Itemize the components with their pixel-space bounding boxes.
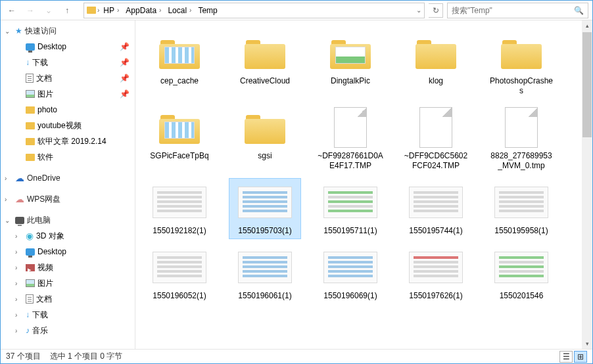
sidebar-onedrive[interactable]: ›☁OneDrive	[1, 170, 135, 186]
file-label: SGPicFaceTpBq	[150, 151, 208, 161]
address-bar[interactable]: › HP› AppData› Local› Temp ⌄	[83, 3, 425, 18]
nav-forward-button[interactable]: →	[23, 3, 37, 18]
file-label: DingtalkPic	[331, 76, 370, 86]
sidebar-item[interactable]: photo	[1, 102, 135, 118]
file-label: 1550192182(1)	[153, 226, 206, 236]
file-label: cep_cache	[160, 76, 199, 86]
sidebar-item[interactable]: youtube视频	[1, 118, 135, 133]
sidebar-item[interactable]: 图片📌	[1, 86, 135, 102]
file-item[interactable]: 1550196069(1)	[314, 243, 387, 304]
refresh-button[interactable]: ↻	[429, 3, 443, 18]
breadcrumb-item[interactable]: Local›	[165, 6, 194, 15]
folder-icon	[87, 7, 96, 14]
file-label: 1550196052(1)	[153, 291, 206, 301]
file-label: ~DF99287661D0AE4F17.TMP	[318, 151, 383, 171]
file-label: klog	[429, 76, 443, 86]
file-item[interactable]: 1550196052(1)	[143, 243, 216, 304]
file-label: ~DFF9CD6C5602FCF024.TMP	[403, 151, 469, 171]
file-label: PhotoshopCrashes	[488, 76, 554, 96]
file-item[interactable]: 1550195744(1)	[400, 178, 472, 239]
toolbar: ← → ⌄ ↑ › HP› AppData› Local› Temp ⌄ ↻ 🔍	[1, 1, 592, 20]
file-item[interactable]: 1550195711(1)	[314, 178, 387, 239]
file-item[interactable]: DingtalkPic	[314, 28, 387, 99]
file-item[interactable]: 1550197626(1)	[400, 243, 472, 304]
search-icon[interactable]: 🔍	[574, 6, 584, 15]
file-item[interactable]: cep_cache	[143, 28, 216, 99]
file-label: sgsi	[258, 151, 272, 161]
breadcrumb-item[interactable]: HP›	[101, 6, 122, 15]
sidebar: ⌄★快速访问 Desktop📌↓下载📌文档📌图片📌photoyoutube视频软…	[1, 20, 135, 349]
file-label: CreativeCloud	[240, 76, 290, 86]
view-details-button[interactable]: ☰	[559, 351, 573, 363]
scroll-thumb[interactable]	[582, 32, 592, 137]
sidebar-item[interactable]: ›◉3D 对象	[1, 228, 135, 244]
file-label: 1550197626(1)	[409, 291, 462, 301]
nav-recent-button[interactable]: ⌄	[41, 3, 56, 18]
status-item-count: 37 个项目	[6, 351, 41, 362]
file-label: 8828_277689953_MVM_0.tmp	[488, 151, 554, 171]
file-label: 1550195711(1)	[323, 226, 377, 236]
file-item[interactable]: PhotoshopCrashes	[485, 28, 557, 99]
sidebar-item[interactable]: ›视频	[1, 260, 135, 275]
file-label: 1550195703(1)	[238, 226, 291, 236]
file-item[interactable]: ~DFF9CD6C5602FCF024.TMP	[400, 103, 472, 174]
file-item[interactable]: sgsi	[229, 103, 301, 174]
scroll-up-button[interactable]: ▴	[582, 20, 592, 31]
view-icons-button[interactable]: ⊞	[574, 351, 587, 363]
search-box[interactable]: 🔍	[447, 3, 588, 18]
sidebar-item[interactable]: Desktop📌	[1, 39, 135, 55]
file-item[interactable]: CreativeCloud	[229, 28, 301, 99]
sidebar-item[interactable]: ›文档	[1, 291, 135, 307]
file-item[interactable]: 1550195958(1)	[485, 178, 557, 239]
nav-up-button[interactable]: ↑	[60, 3, 74, 18]
file-item[interactable]: 1550196061(1)	[229, 243, 301, 304]
file-label: 1550196069(1)	[323, 291, 377, 301]
sidebar-wps[interactable]: ›☁WPS网盘	[1, 191, 135, 207]
file-label: 1550195744(1)	[409, 226, 462, 236]
file-item[interactable]: 1550195703(1)	[229, 178, 301, 239]
scroll-down-button[interactable]: ▾	[582, 338, 592, 349]
content-pane[interactable]: cep_cacheCreativeCloudDingtalkPicklogPho…	[135, 20, 592, 349]
status-selection: 选中 1 个项目 0 字节	[50, 351, 123, 362]
sidebar-item[interactable]: 软件	[1, 149, 135, 165]
file-item[interactable]: 1550192182(1)	[143, 178, 216, 239]
nav-back-button[interactable]: ←	[5, 3, 19, 18]
file-item[interactable]: 8828_277689953_MVM_0.tmp	[485, 103, 557, 174]
file-label: 1550201546	[500, 291, 544, 301]
breadcrumb-item[interactable]: AppData›	[123, 6, 164, 15]
chevron-down-icon[interactable]: ⌄	[416, 7, 421, 14]
sidebar-item[interactable]: ›↓下载	[1, 307, 135, 323]
file-label: 1550196061(1)	[238, 291, 291, 301]
sidebar-item[interactable]: 文档📌	[1, 70, 135, 86]
file-item[interactable]: 1550201546	[485, 243, 557, 304]
chevron-right-icon: ›	[97, 7, 99, 14]
sidebar-quick-access[interactable]: ⌄★快速访问	[1, 23, 135, 39]
sidebar-this-pc[interactable]: ⌄此电脑	[1, 212, 135, 228]
sidebar-item[interactable]: ↓下载📌	[1, 55, 135, 70]
file-label: 1550195958(1)	[494, 226, 548, 236]
breadcrumb-item[interactable]: Temp	[195, 6, 220, 15]
search-input[interactable]	[452, 6, 570, 15]
sidebar-item[interactable]: ›Desktop	[1, 244, 135, 260]
file-item[interactable]: ~DF99287661D0AE4F17.TMP	[314, 103, 387, 174]
scrollbar[interactable]: ▴ ▾	[582, 20, 592, 349]
sidebar-item[interactable]: ›图片	[1, 275, 135, 291]
file-item[interactable]: klog	[400, 28, 472, 99]
sidebar-item[interactable]: ›♪音乐	[1, 323, 135, 338]
file-item[interactable]: SGPicFaceTpBq	[143, 103, 216, 174]
sidebar-item[interactable]: 软甲文章 2019.2.14	[1, 133, 135, 149]
status-bar: 37 个项目 选中 1 个项目 0 字节 ☰ ⊞	[1, 349, 592, 363]
